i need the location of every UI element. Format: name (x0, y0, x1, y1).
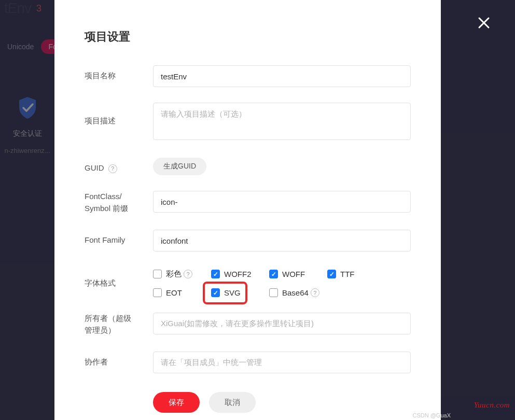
prefix-input[interactable] (153, 191, 411, 213)
label-font-family: Font Family (85, 230, 153, 246)
project-settings-modal: 项目设置 项目名称 项目描述 GUID ? 生成GUID FontClass/ … (54, 0, 441, 420)
checkbox-eot[interactable]: EOT (153, 288, 211, 297)
save-button[interactable]: 保存 (153, 392, 200, 413)
owner-display: XiGuai(如需修改，请在更多操作里转让项目) (153, 313, 411, 334)
checkbox-icon (269, 270, 278, 278)
watermark-author: CSDN @GuaX (412, 412, 451, 418)
close-button[interactable] (476, 15, 492, 31)
checkbox-woff[interactable]: WOFF (269, 269, 327, 279)
label-owner: 所有者（超级 管理员） (85, 313, 153, 336)
label-project-desc: 项目描述 (85, 103, 153, 127)
help-icon[interactable]: ? (108, 164, 117, 173)
checkbox-color[interactable]: 彩色? (153, 269, 211, 279)
project-name-input[interactable] (153, 65, 411, 87)
checkbox-base64[interactable]: Base64? (269, 288, 327, 297)
generate-guid-button[interactable]: 生成GUID (153, 158, 206, 175)
checkbox-woff2[interactable]: WOFF2 (211, 269, 269, 279)
close-icon (477, 16, 491, 30)
label-project-name: 项目名称 (85, 65, 153, 82)
watermark-site: Yuucn.com (474, 401, 510, 410)
checkbox-ttf[interactable]: TTF (327, 269, 385, 279)
checkbox-svg[interactable]: SVG (211, 288, 269, 297)
checkbox-icon (211, 270, 220, 278)
help-icon[interactable]: ? (311, 288, 319, 297)
font-family-input[interactable] (153, 230, 411, 251)
project-desc-input[interactable] (153, 103, 411, 140)
label-guid: GUID ? (85, 158, 153, 174)
collaborator-display: 请在「项目成员」中统一管理 (153, 352, 411, 373)
help-icon[interactable]: ? (184, 270, 192, 278)
modal-title: 项目设置 (85, 29, 411, 45)
checkbox-icon (269, 288, 278, 297)
label-collaborator: 协作者 (85, 352, 153, 368)
checkbox-icon (211, 288, 220, 297)
cancel-button[interactable]: 取消 (209, 392, 256, 413)
label-prefix: FontClass/ Symbol 前缀 (85, 191, 153, 214)
label-font-format: 字体格式 (85, 267, 153, 289)
checkbox-icon (153, 288, 162, 297)
checkbox-icon (153, 270, 162, 278)
checkbox-icon (327, 270, 336, 278)
